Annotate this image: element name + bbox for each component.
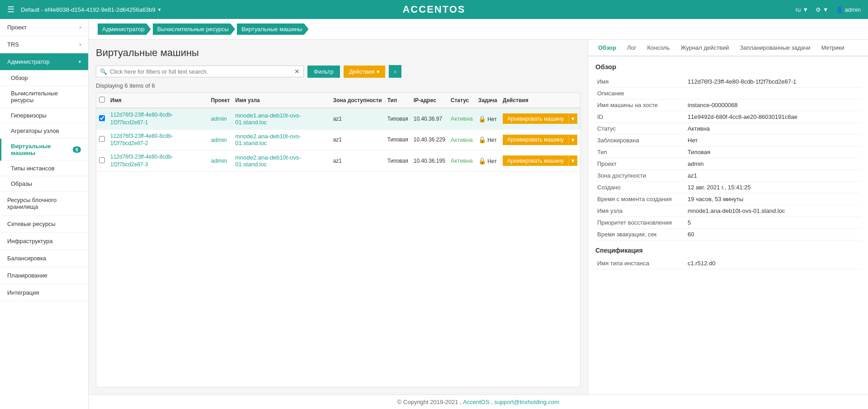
field-label: Описание	[595, 88, 686, 99]
field-label: Статус	[595, 123, 686, 135]
go-button[interactable]: ›	[389, 65, 402, 78]
search-input[interactable]	[110, 68, 294, 75]
sidebar-item-proekt[interactable]: Проект ›	[0, 19, 88, 36]
sidebar-item-trs[interactable]: TRS ›	[0, 36, 88, 53]
rpanel-tab-запланированные-задачи[interactable]: Запланированные задачи	[734, 40, 816, 56]
vm-name-link[interactable]: 112d76f3-23ff-4e80-8cdb-1f2f7bcd2e87-1	[110, 112, 173, 126]
table-row[interactable]: 112d76f3-23ff-4e80-8cdb-1f2f7bcd2e87-3 a…	[96, 150, 580, 172]
row-checkbox[interactable]	[96, 108, 108, 129]
lang-switcher[interactable]: ru ▼	[796, 6, 808, 13]
sidebar-subitem-tipy[interactable]: Типы инстансов	[0, 161, 88, 176]
rpanel-tab-журнал-действий[interactable]: Журнал действий	[675, 40, 734, 56]
project-link[interactable]: admin	[211, 157, 226, 164]
table-header-row: Имя Проект Имя узла Зона доступности Тип…	[96, 93, 580, 108]
actions-button[interactable]: Действия ▾	[344, 66, 385, 78]
sidebar-subitem-virtualnye[interactable]: Виртуальные машины 6	[0, 139, 88, 161]
filter-button[interactable]: Фильтр	[307, 66, 340, 78]
field-value: 60	[686, 229, 861, 240]
table-row[interactable]: 112d76f3-23ff-4e80-8cdb-1f2f7bcd2e87-2 a…	[96, 129, 580, 150]
vm-name-link[interactable]: 112d76f3-23ff-4e80-8cdb-1f2f7bcd2e87-3	[110, 154, 173, 168]
sidebar-item-balansirovka[interactable]: Балансировка	[0, 250, 88, 267]
field-value: Нет	[686, 135, 861, 146]
row-task: 🔒 Нет	[476, 129, 500, 150]
field-label: Тип	[595, 146, 686, 158]
col-type: Тип	[385, 93, 411, 108]
lock-icon: 🔒	[478, 115, 486, 122]
archive-button[interactable]: Архивировать машину	[503, 113, 568, 124]
vm-table: Имя Проект Имя узла Зона доступности Тип…	[96, 93, 580, 172]
sidebar-item-setevye[interactable]: Сетевые ресурсы	[0, 216, 88, 233]
sidebar-subitem-gipervizory[interactable]: Гипервизоры	[0, 108, 88, 123]
sidebar-item-planirovanie[interactable]: Планирование	[0, 267, 88, 284]
row-ip: 10.40.36.229	[411, 129, 448, 150]
project-link[interactable]: admin	[211, 136, 226, 143]
overview-row: ТипТиповая	[595, 146, 861, 158]
row-checkbox[interactable]	[96, 129, 108, 150]
topnav: ☰ Default - ef4e8038-d154-4192-9e81-2d64…	[0, 0, 868, 19]
sidebar-item-infrastruktura[interactable]: Инфраструктура	[0, 233, 88, 250]
workspace-selector[interactable]: Default - ef4e8038-d154-4192-9e81-2d6425…	[21, 6, 162, 13]
sidebar-subitem-vychislitelnie[interactable]: Вычислительные ресурсы	[0, 86, 88, 108]
workspace-name: Default - ef4e8038-d154-4192-9e81-2d6425…	[21, 6, 156, 13]
hamburger-menu[interactable]: ☰	[7, 5, 14, 14]
actions-dropdown-arrow: ▾	[377, 68, 380, 75]
project-link[interactable]: admin	[211, 115, 226, 122]
clear-search-button[interactable]: ✕	[294, 68, 300, 75]
breadcrumb-vychislitelnie[interactable]: Вычислительные ресурсы	[153, 24, 235, 35]
row-project: admin	[208, 150, 232, 172]
col-checkbox	[96, 93, 108, 108]
sidebar-item-resursy[interactable]: Ресурсы блочного хранилища	[0, 192, 88, 216]
footer-brand-link[interactable]: AccentOS	[463, 399, 490, 405]
field-value: 112d76f3-23ff-4e80-8cdb-1f2f7bcd2e87-1	[686, 76, 861, 88]
overview-row: Время с момента создания19 часов, 53 мин…	[595, 193, 861, 205]
row-project: admin	[208, 108, 232, 129]
search-box[interactable]: 🔍 ✕	[96, 66, 304, 77]
footer: © Copyright 2019-2021 , AccentOS , suppo…	[89, 395, 868, 409]
row-node: mnode2.ana-deb10t-ovs-01.stand.loc	[232, 129, 330, 150]
archive-button[interactable]: Архивировать машину	[503, 155, 568, 166]
content-area: Администратор Вычислительные ресурсы Вир…	[89, 19, 868, 409]
spec-title: Спецификация	[595, 247, 861, 254]
col-ip: IP-адрес	[411, 93, 448, 108]
chevron-right-icon: ›	[80, 42, 81, 47]
vm-name-link[interactable]: 112d76f3-23ff-4e80-8cdb-1f2f7bcd2e87-2	[110, 133, 173, 147]
breadcrumb-virtualnye[interactable]: Виртуальные машины	[237, 24, 309, 35]
field-value: 5	[686, 217, 861, 229]
row-zone: az1	[330, 108, 385, 129]
rpanel-tab-консоль[interactable]: Консоль	[642, 40, 675, 56]
main-layout: Проект › TRS › Администратор ▾ Обзор Выч…	[0, 19, 868, 409]
sidebar-subitem-obzor[interactable]: Обзор	[0, 71, 88, 86]
sidebar-item-admin[interactable]: Администратор ▾	[0, 53, 88, 71]
app-logo: ACCENTOS	[402, 4, 465, 15]
breadcrumb-admin[interactable]: Администратор	[98, 24, 151, 35]
row-type: Типовая	[385, 150, 411, 172]
rpanel-tab-обзор[interactable]: Обзор	[593, 40, 622, 56]
node-link[interactable]: mnode2.ana-deb10t-ovs-01.stand.loc	[235, 133, 301, 146]
workspace-dropdown-arrow: ▼	[157, 7, 162, 12]
actions-dropdown-button[interactable]: ▾	[568, 135, 577, 145]
settings-menu[interactable]: ⚙ ▼	[816, 6, 828, 13]
breadcrumb: Администратор Вычислительные ресурсы Вир…	[89, 19, 868, 40]
node-link[interactable]: mnode1.ana-deb10t-ovs-01.stand.loc	[235, 112, 301, 126]
overview-row: Время эвакуации, сек60	[595, 229, 861, 240]
rpanel-tab-лог[interactable]: Лог	[622, 40, 642, 56]
field-value	[686, 88, 861, 99]
row-zone: az1	[330, 129, 385, 150]
user-menu[interactable]: 👤 admin	[836, 6, 861, 13]
actions-dropdown-button[interactable]: ▾	[568, 155, 577, 166]
sidebar-item-integraciya[interactable]: Интеграция	[0, 284, 88, 301]
row-type: Типовая	[385, 108, 411, 129]
archive-button[interactable]: Архивировать машину	[503, 135, 568, 145]
footer-support-link[interactable]: support@tnxholding.com	[494, 399, 559, 405]
sidebar-subitem-obrazy[interactable]: Образы	[0, 176, 88, 192]
table-row[interactable]: 112d76f3-23ff-4e80-8cdb-1f2f7bcd2e87-1 a…	[96, 108, 580, 129]
overview-row: Проектadmin	[595, 158, 861, 170]
sidebar-subitem-agregatory[interactable]: Агрегаторы узлов	[0, 123, 88, 139]
node-link[interactable]: mnode2.ana-deb10t-ovs-01.stand.loc	[235, 154, 301, 168]
rpanel-tab-метрики[interactable]: Метрики	[816, 40, 850, 56]
select-all-checkbox[interactable]	[99, 97, 105, 103]
topnav-right: ru ▼ ⚙ ▼ 👤 admin	[796, 6, 861, 13]
overview-row: Имя112d76f3-23ff-4e80-8cdb-1f2f7bcd2e87-…	[595, 76, 861, 88]
row-checkbox[interactable]	[96, 150, 108, 172]
actions-dropdown-button[interactable]: ▾	[568, 113, 577, 124]
